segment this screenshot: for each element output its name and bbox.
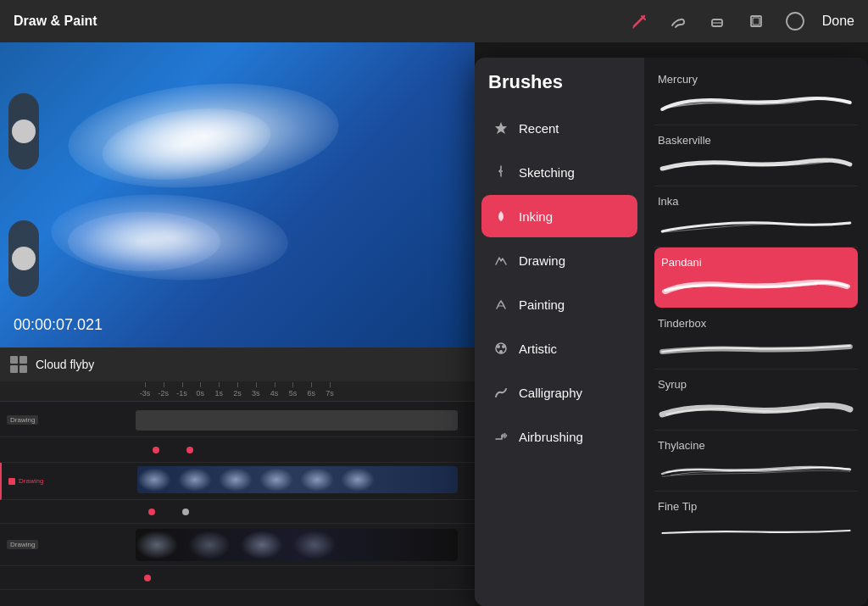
ruler-mark: -2s: [154, 389, 173, 398]
ruler-mark: 0s: [191, 389, 209, 398]
slider-thumb-1: [12, 120, 36, 143]
keyframe-dot-4[interactable]: [182, 509, 189, 515]
brush-category-sketching[interactable]: Sketching: [481, 151, 637, 193]
brush-category-airbrushing[interactable]: Airbrushing: [481, 415, 637, 458]
cloud-thumbnails-2: [136, 529, 458, 561]
timestamp: 00:00:07.021: [14, 316, 103, 334]
keyframe-dot-1[interactable]: [153, 447, 159, 453]
keyframe-dot-2[interactable]: [186, 447, 193, 453]
brush-stroke-inka: [658, 213, 854, 238]
track-bar-1: [136, 410, 458, 431]
timeline-track-4[interactable]: [0, 500, 475, 524]
timeline-track-2[interactable]: [0, 437, 475, 463]
painting-label: Painting: [519, 297, 565, 312]
opacity-slider[interactable]: [8, 220, 39, 297]
timeline-track-3[interactable]: Drawing: [0, 463, 475, 500]
smudge-icon[interactable]: [666, 9, 690, 33]
brushes-panel: Brushes Recent Sketching Inking: [475, 58, 868, 606]
ruler-mark: 7s: [320, 389, 339, 398]
brush-name-tinderbox: Tinderbox: [658, 317, 854, 330]
cloud-thumbnails: [137, 466, 458, 493]
brush-item-syrup[interactable]: Syrup: [654, 370, 858, 431]
svg-marker-8: [495, 122, 507, 134]
ruler-mark: 5s: [284, 389, 303, 398]
timeline-track-1[interactable]: Drawing: [0, 403, 475, 437]
timeline-title: Cloud flyby: [36, 358, 94, 371]
painting-icon: [492, 295, 510, 314]
track-content-6[interactable]: [136, 566, 475, 589]
brush-item-inka[interactable]: Inka: [654, 186, 858, 247]
grid-icon: [10, 356, 27, 373]
track-thumbnail-5: [136, 529, 458, 561]
cloud-visual-4: [68, 212, 220, 271]
svg-point-13: [499, 350, 503, 353]
track-content-3[interactable]: [137, 463, 475, 499]
brush-item-pandani[interactable]: Pandani: [654, 247, 858, 308]
brush-stroke-fine-tip: [658, 518, 854, 543]
track-label-3: Drawing: [2, 477, 137, 485]
drawing-label: Drawing: [519, 253, 565, 268]
brush-category-drawing[interactable]: Drawing: [481, 239, 637, 281]
brush-category-artistic[interactable]: Artistic: [481, 327, 637, 370]
brush-category-painting[interactable]: Painting: [481, 283, 637, 325]
ruler-mark: -1s: [173, 389, 192, 398]
svg-point-12: [502, 345, 505, 348]
timeline-tracks: Drawing Drawing: [0, 402, 475, 592]
color-icon[interactable]: [783, 9, 807, 33]
calligraphy-label: Calligraphy: [519, 386, 582, 400]
timeline-track-6[interactable]: [0, 566, 475, 590]
brushes-list: Mercury Baskerville Inka: [644, 58, 868, 606]
timeline-area: Cloud flyby -3s -2s -1s 0s 1s 2s 3s 4s 5…: [0, 347, 475, 606]
brush-name-pandani: Pandani: [661, 256, 851, 269]
done-button[interactable]: Done: [822, 14, 854, 29]
brush-category-calligraphy[interactable]: Calligraphy: [481, 371, 637, 414]
ruler-mark: 2s: [228, 389, 247, 398]
left-controls: [8, 93, 39, 297]
track-content-2[interactable]: [136, 437, 475, 462]
brush-stroke-baskerville: [658, 152, 854, 177]
recent-label: Recent: [519, 121, 559, 136]
brush-stroke-tinderbox: [658, 335, 854, 360]
brush-item-mercury[interactable]: Mercury: [654, 64, 858, 125]
brush-name-inka: Inka: [658, 195, 854, 208]
brush-category-recent[interactable]: Recent: [481, 107, 637, 149]
track-content-1[interactable]: [136, 403, 475, 436]
sketching-icon: [492, 163, 510, 181]
ruler-mark: 3s: [247, 389, 265, 398]
track-content-4[interactable]: [136, 500, 475, 523]
brush-name-thylacine: Thylacine: [658, 439, 854, 452]
airbrushing-label: Airbrushing: [519, 430, 583, 444]
track-type-badge: Drawing: [7, 415, 38, 425]
brush-item-thylacine[interactable]: Thylacine: [654, 431, 858, 492]
drawing-icon: [492, 251, 510, 270]
track-thumbnail-3: [137, 466, 458, 493]
brush-category-inking[interactable]: Inking: [481, 195, 637, 237]
sketching-label: Sketching: [519, 165, 575, 180]
toolbar: Done: [627, 9, 854, 33]
keyframe-dot-3[interactable]: [148, 509, 155, 515]
artistic-label: Artistic: [519, 342, 557, 356]
artistic-icon: [492, 339, 510, 358]
brush-size-slider[interactable]: [8, 93, 39, 170]
brush-stroke-thylacine: [658, 457, 854, 482]
svg-line-2: [633, 26, 634, 28]
layers-icon[interactable]: [744, 9, 768, 33]
brush-stroke-mercury: [658, 91, 854, 116]
brush-item-baskerville[interactable]: Baskerville: [654, 125, 858, 186]
pen-icon[interactable]: [627, 9, 651, 33]
brush-name-mercury: Mercury: [658, 73, 854, 86]
brush-name-fine-tip: Fine Tip: [658, 500, 854, 513]
ruler-mark: 6s: [302, 389, 320, 398]
slider-thumb-2: [12, 247, 36, 270]
timeline-track-5[interactable]: Drawing: [0, 524, 475, 566]
svg-rect-6: [753, 18, 760, 25]
brushes-panel-title: Brushes: [481, 71, 637, 107]
canvas-area[interactable]: 00:00:07.021: [0, 42, 475, 347]
brush-name-baskerville: Baskerville: [658, 134, 854, 147]
brushes-sidebar: Brushes Recent Sketching Inking: [475, 58, 644, 606]
brush-item-tinderbox[interactable]: Tinderbox: [654, 309, 858, 370]
brush-item-fine-tip[interactable]: Fine Tip: [654, 492, 858, 552]
eraser-icon[interactable]: [705, 9, 729, 33]
keyframe-dot-5[interactable]: [144, 575, 151, 581]
track-content-5[interactable]: [136, 524, 475, 565]
